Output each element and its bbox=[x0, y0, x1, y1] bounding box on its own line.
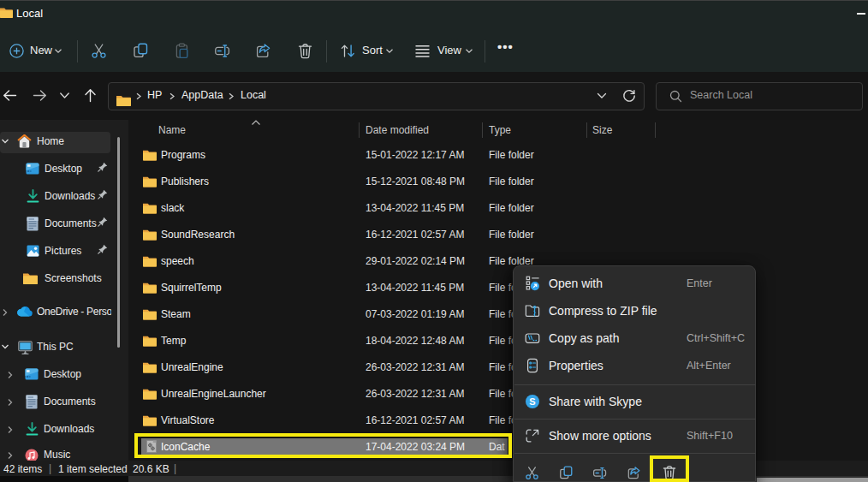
svg-text:S: S bbox=[529, 396, 535, 407]
